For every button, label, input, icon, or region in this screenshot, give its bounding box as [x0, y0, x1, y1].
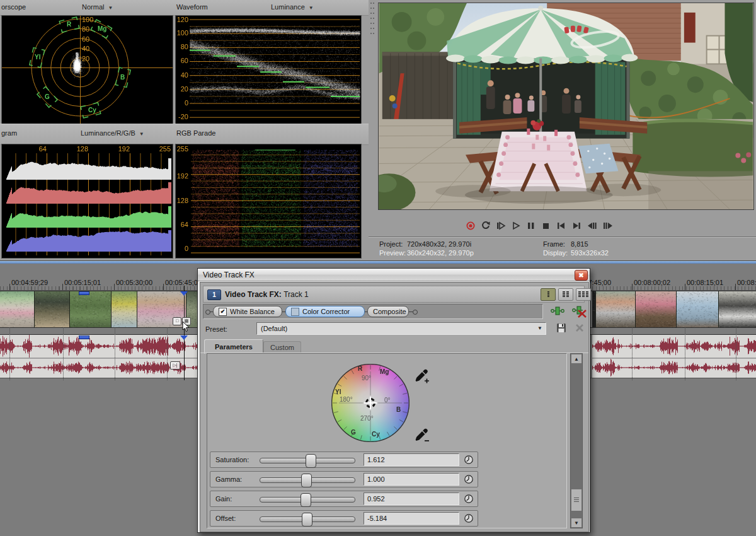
frame-value: 8,815 — [571, 240, 588, 248]
fx-plugin-white-balance[interactable]: ✔ White Balance — [213, 306, 282, 317]
layout-single-column-button[interactable] — [541, 288, 556, 301]
event-marker[interactable] — [79, 291, 89, 295]
gamma-slider-thumb[interactable] — [301, 474, 312, 487]
saturation-label: Saturation: — [215, 456, 249, 463]
audio-event-left[interactable] — [0, 335, 197, 378]
vectorscope-tick: 40 — [82, 45, 89, 52]
parade-tick: 64 — [176, 221, 188, 228]
event-crop-icon[interactable]: □ — [173, 317, 181, 325]
vectorscope-target-label: B — [120, 74, 125, 81]
ruler-timecode: 00:04:59;29 — [11, 279, 48, 286]
vectorscope-mode-dropdown[interactable]: Normal▼ — [82, 3, 113, 11]
color-corrector-checkbox[interactable] — [291, 308, 299, 316]
wheel-angle-90: 90° — [362, 375, 371, 382]
go-to-end-button[interactable] — [571, 221, 582, 231]
vectorscope-target-label: Yl — [35, 54, 40, 61]
preset-label: Preset: — [205, 325, 227, 333]
stop-button[interactable] — [541, 221, 552, 231]
ruler-timecode: 00:08:00;02 — [634, 279, 670, 286]
chevron-down-icon[interactable]: ▼ — [537, 323, 542, 334]
gain-value-field[interactable]: 0.952 — [364, 492, 459, 505]
rgb-parade-title: RGB Parade — [176, 129, 215, 137]
scrollbar: ▲ ▼ — [570, 353, 583, 528]
layout-two-column-button[interactable] — [558, 288, 573, 301]
fx-header-row: 1 Video Track FX: Track 1 — [203, 286, 585, 303]
animate-clock-icon[interactable] — [464, 494, 474, 504]
tab-parameters[interactable]: Parameters — [204, 339, 263, 354]
video-event-right[interactable] — [592, 291, 756, 327]
scroll-up-button[interactable]: ▲ — [571, 354, 582, 364]
histogram-tick: 64 — [32, 145, 47, 153]
white-balance-checkbox[interactable]: ✔ — [219, 308, 227, 316]
save-preset-icon[interactable] — [556, 323, 566, 333]
wheel-label-b: B — [396, 406, 401, 413]
animate-clock-icon[interactable] — [464, 455, 474, 465]
scroll-down-button[interactable]: ▼ — [571, 518, 582, 528]
three-column-icon — [578, 291, 588, 298]
go-to-start-button[interactable] — [556, 221, 567, 231]
saturation-slider-thumb[interactable] — [306, 454, 316, 468]
wheel-crosshair[interactable] — [364, 396, 377, 410]
record-button[interactable] — [465, 221, 476, 231]
fx-chain-row: ✔ White Balance Color Corrector Composit… — [203, 304, 543, 319]
project-value: 720x480x32, 29.970i — [407, 240, 471, 248]
scroll-thumb[interactable] — [571, 489, 582, 511]
audio-event-right[interactable] — [592, 335, 756, 378]
histogram-mode-dropdown[interactable]: Luminance/R/G/B▼ — [81, 129, 144, 137]
loop-playback-button[interactable] — [480, 221, 491, 231]
delete-preset-icon[interactable] — [575, 323, 584, 332]
panel-grip[interactable] — [373, 3, 374, 34]
panel-grip[interactable] — [370, 3, 372, 34]
plugin-chain-icon[interactable] — [551, 305, 564, 317]
saturation-slider[interactable] — [260, 458, 355, 463]
eyedropper-add-icon[interactable] — [413, 369, 430, 384]
fx-plugin-composite[interactable]: Composite — [367, 306, 409, 317]
playhead-marker[interactable] — [180, 291, 188, 296]
play-button[interactable] — [510, 221, 522, 231]
waveform-mode-dropdown[interactable]: Luminance▼ — [271, 3, 314, 11]
close-button[interactable]: ✖ — [575, 270, 588, 281]
tab-custom[interactable]: Custom — [263, 341, 301, 354]
gamma-slider[interactable] — [260, 477, 355, 483]
animate-clock-icon[interactable] — [464, 474, 474, 484]
waveform-tick: 100 — [176, 29, 188, 37]
ruler-timecode: 00:08:15;01 — [687, 279, 723, 286]
playhead-line[interactable] — [184, 286, 185, 380]
offset-slider[interactable] — [260, 516, 355, 522]
rgb-parade-display: 255 192 128 64 0 — [175, 144, 362, 259]
parade-tick: 192 — [176, 172, 188, 180]
preset-dropdown[interactable]: (Default) ▼ — [256, 322, 546, 335]
layout-three-column-button[interactable] — [576, 288, 591, 301]
waveform-canvas — [176, 16, 361, 124]
ruler-major-tick — [735, 284, 736, 290]
two-column-icon — [562, 291, 570, 298]
gain-slider[interactable] — [260, 497, 355, 503]
video-event-left[interactable] — [0, 291, 197, 327]
vectorscope-target-label: G — [45, 93, 50, 100]
ruler-major-tick — [632, 284, 633, 290]
eyedropper-subtract-icon[interactable] — [413, 428, 430, 443]
dialog-titlebar[interactable]: Video Track FX — [198, 269, 590, 281]
offset-value-field[interactable]: -5.184 — [364, 512, 459, 525]
gain-slider-thumb[interactable] — [301, 493, 311, 507]
offset-slider-thumb[interactable] — [302, 513, 312, 527]
animate-clock-icon[interactable] — [464, 513, 474, 523]
play-from-start-button[interactable] — [495, 221, 507, 231]
event-marker[interactable] — [79, 335, 89, 339]
gain-label: Gain: — [215, 495, 232, 503]
histogram-tick: 192 — [115, 145, 130, 153]
pause-button[interactable] — [525, 221, 537, 231]
next-frame-button[interactable] — [602, 221, 615, 231]
grid-line — [736, 327, 736, 380]
remove-plugin-icon[interactable] — [572, 305, 587, 318]
transport-bar — [465, 221, 615, 231]
fx-plugin-color-corrector[interactable]: Color Corrector — [285, 306, 365, 317]
color-wheel[interactable]: R Mg Yl B G Cy 90° 180° 0° 270° — [331, 364, 410, 442]
saturation-value-field[interactable]: 1.612 — [364, 453, 459, 466]
vectorscope-target-label: Cy — [88, 107, 96, 114]
grid-line — [63, 327, 64, 380]
vectorscope-display: 100 80 60 40 20 R Mg Yl B G Cy — [1, 15, 173, 125]
gamma-value-field[interactable]: 1.000 — [364, 473, 459, 486]
playhead-marker[interactable] — [180, 335, 188, 340]
previous-frame-button[interactable] — [586, 221, 598, 231]
